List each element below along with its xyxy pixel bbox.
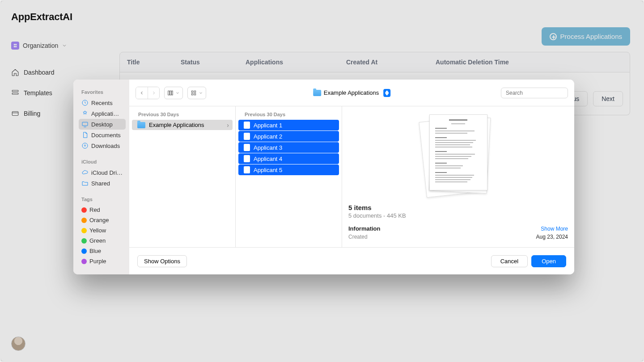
chevron-down-icon [175, 89, 180, 97]
sidebar-tag-yellow[interactable]: Yellow [79, 225, 126, 236]
file-row-label: Applicant 5 [254, 167, 282, 173]
tag-label: Yellow [89, 227, 106, 234]
group-by-select[interactable] [187, 87, 206, 99]
tag-dot-icon [81, 218, 87, 223]
sidebar-item-icloud-drive[interactable]: iCloud Dri… [79, 167, 126, 178]
document-icon [244, 133, 250, 140]
back-button[interactable] [136, 87, 148, 99]
tag-dot-icon [81, 248, 87, 254]
location-updown-icon [383, 89, 390, 97]
dialog-footer: Show Options Cancel Open [129, 248, 574, 274]
group-icon [191, 90, 197, 96]
column-1: Previous 30 Days Example Applications [129, 106, 236, 247]
open-button[interactable]: Open [531, 255, 566, 267]
svg-rect-8 [172, 91, 173, 95]
dialog-toolbar: Example Applications [129, 80, 574, 106]
clock-icon [81, 99, 89, 106]
tag-label: Blue [89, 248, 101, 254]
svg-rect-4 [82, 122, 88, 126]
columns-view-icon [167, 90, 174, 96]
document-icon [244, 166, 250, 173]
cancel-button[interactable]: Cancel [491, 255, 528, 267]
tag-dot-icon [81, 228, 87, 233]
sidebar-icloud-drive-label: iCloud Dri… [91, 169, 123, 176]
tag-label: Green [89, 237, 106, 244]
sidebar-tag-red[interactable]: Red [79, 205, 126, 215]
sidebar-applications-label: Applicati… [91, 110, 119, 117]
column-2: Previous 30 Days Applicant 1Applicant 2A… [236, 106, 342, 247]
file-open-dialog: Favorites Recents Applicati… Desktop Doc… [73, 80, 574, 274]
sidebar-tag-purple[interactable]: Purple [79, 256, 126, 266]
dialog-main: Example Applications Previous 30 Days [129, 80, 574, 274]
downloads-icon [81, 142, 89, 149]
sidebar-documents-label: Documents [91, 132, 121, 139]
sidebar-item-desktop[interactable]: Desktop [79, 119, 126, 130]
search-input[interactable] [506, 90, 573, 96]
cloud-icon [81, 169, 89, 176]
sidebar-tag-orange[interactable]: Orange [79, 215, 126, 225]
document-icon [244, 155, 250, 162]
chevron-down-icon [199, 89, 203, 97]
sidebar-tag-blue[interactable]: Blue [79, 246, 126, 256]
icloud-section-label: iCloud [79, 157, 129, 167]
file-row-label: Applicant 3 [254, 144, 282, 151]
tag-dot-icon [81, 259, 87, 264]
app-window: AppExtractAI Organization Dashboard Temp… [0, 0, 644, 362]
sidebar-tag-green[interactable]: Green [79, 236, 126, 246]
svg-rect-11 [191, 93, 193, 95]
file-row-label: Applicant 4 [254, 156, 282, 162]
preview-pane: 5 items 5 documents - 445 KB Information… [342, 106, 574, 247]
nav-back-forward-group [136, 87, 160, 99]
file-row-label: Applicant 1 [254, 122, 282, 129]
svg-rect-12 [194, 93, 196, 95]
sidebar-downloads-label: Downloads [91, 143, 120, 149]
column-1-header: Previous 30 Days [129, 110, 235, 120]
file-row[interactable]: Applicant 2 [238, 131, 339, 142]
preview-info-label: Information [348, 225, 381, 232]
desktop-icon [81, 121, 89, 128]
file-row[interactable]: Applicant 1 [238, 120, 339, 130]
file-row-label: Applicant 2 [254, 133, 282, 140]
search-box[interactable] [501, 88, 568, 98]
svg-marker-14 [385, 93, 389, 95]
dialog-sidebar: Favorites Recents Applicati… Desktop Doc… [73, 80, 129, 274]
shared-folder-icon [81, 180, 89, 187]
forward-button[interactable] [148, 87, 159, 99]
svg-rect-7 [170, 91, 171, 95]
tag-dot-icon [81, 238, 87, 244]
folder-row-label: Example Applications [149, 122, 204, 128]
tag-dot-icon [81, 207, 87, 213]
svg-rect-10 [194, 91, 196, 93]
document-stack-preview [423, 114, 494, 195]
tag-label: Purple [89, 258, 106, 265]
view-mode-select[interactable] [164, 87, 183, 99]
sidebar-item-recents[interactable]: Recents [79, 97, 126, 108]
applications-icon [81, 110, 89, 117]
location-selector[interactable]: Example Applications [310, 87, 394, 99]
svg-marker-13 [385, 90, 389, 93]
documents-icon [81, 131, 89, 139]
document-icon [244, 144, 250, 151]
sidebar-item-documents[interactable]: Documents [79, 130, 126, 140]
svg-rect-6 [168, 91, 169, 95]
sidebar-item-applications[interactable]: Applicati… [79, 108, 126, 119]
folder-icon [137, 122, 145, 128]
file-row[interactable]: Applicant 5 [238, 164, 339, 175]
show-options-button[interactable]: Show Options [137, 255, 187, 267]
column-2-header: Previous 30 Days [236, 110, 342, 120]
dialog-columns: Previous 30 Days Example Applications Pr… [129, 106, 574, 248]
file-row[interactable]: Applicant 4 [238, 153, 339, 164]
show-more-link[interactable]: Show More [541, 226, 568, 232]
folder-row-example-applications[interactable]: Example Applications [132, 120, 233, 130]
sidebar-item-shared[interactable]: Shared [79, 178, 126, 189]
preview-subtitle: 5 documents - 445 KB [348, 212, 568, 219]
sidebar-shared-label: Shared [91, 180, 110, 187]
preview-created-label: Created [348, 234, 368, 240]
location-label: Example Applications [324, 89, 379, 96]
tag-label: Orange [89, 217, 109, 223]
sidebar-item-downloads[interactable]: Downloads [79, 140, 126, 151]
document-icon [244, 122, 250, 129]
file-row[interactable]: Applicant 3 [238, 142, 339, 153]
tag-label: Red [89, 206, 100, 213]
preview-created-value: Aug 23, 2024 [536, 234, 568, 240]
